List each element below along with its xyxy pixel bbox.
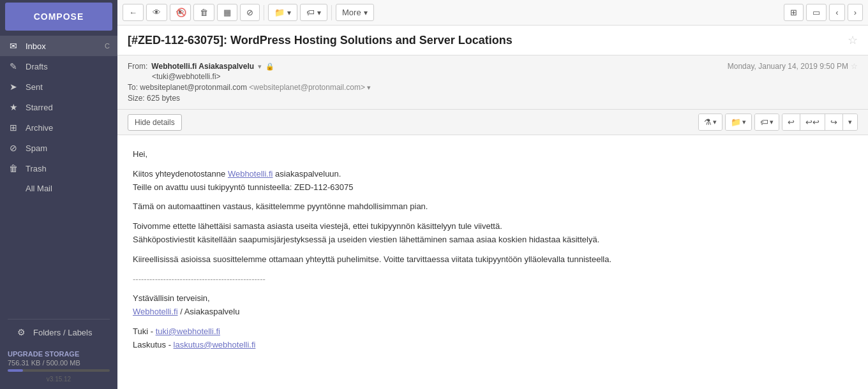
archive-icon: ⊞ <box>8 122 19 133</box>
body-greeting: Hei, <box>133 148 853 161</box>
compose-button[interactable]: COMPOSE <box>5 3 112 31</box>
folders-label: Folders / Labels <box>33 328 102 337</box>
sidebar-footer: UPGRADE STORAGE 756.31 KB / 500.00 MB v3… <box>0 344 117 389</box>
from-line: From: Webhotelli.fi Asiakaspalvelu ▾ 🔒 <box>128 62 371 71</box>
to-line: To: websiteplanet@protonmail.com <websit… <box>128 83 371 92</box>
sidebar-item-trash[interactable]: 🗑 Trash <box>0 158 117 179</box>
webhotelli-link[interactable]: Webhotelli.fi <box>228 169 273 179</box>
move-button[interactable]: 📁 ▾ <box>268 4 297 21</box>
filter-arrow: ▾ <box>713 118 717 126</box>
toolbar-sep-2 <box>331 5 332 20</box>
from-name: Webhotelli.fi Asiakaspalvelu <box>151 62 254 71</box>
layout1-icon: ⊞ <box>790 8 797 17</box>
sidebar-nav: ✉ Inbox C ✎ Drafts ➤ Sent ★ Starred ⊞ Ar… <box>0 33 117 314</box>
sidebar-item-archive[interactable]: ⊞ Archive <box>0 117 117 138</box>
allmail-label: All Mail <box>26 184 110 193</box>
block-button[interactable]: ⊘ <box>240 4 260 21</box>
laskutus-email-link[interactable]: laskutus@webhotelli.fi <box>174 340 256 349</box>
move-action-button[interactable]: 📁 ▾ <box>726 114 751 130</box>
email-subject-bar: [#ZED-112-63075]: WordPress Hosting Solu… <box>117 26 868 55</box>
layout2-button[interactable]: ▭ <box>806 4 827 21</box>
drafts-icon: ✎ <box>8 61 19 71</box>
filter-icon: ⚗ <box>704 117 712 127</box>
hide-details-button[interactable]: Hide details <box>128 114 182 131</box>
tag-icon: 🏷 <box>306 8 315 17</box>
to-label: To: <box>128 83 138 92</box>
storage-usage: 756.31 KB / 500.00 MB <box>8 359 110 367</box>
body-urgent: Kiireellisissä asioissa suosittelemme ot… <box>133 253 853 267</box>
back-button[interactable]: ← <box>123 4 144 21</box>
to-value: websiteplanet@protonmail.com <box>140 83 247 92</box>
tag-action-button[interactable]: 🏷 ▾ <box>755 114 779 130</box>
starred-icon: ★ <box>8 102 19 112</box>
tag-button[interactable]: 🏷 ▾ <box>300 4 327 21</box>
tuki-email-link[interactable]: tuki@webhotelli.fi <box>156 327 220 336</box>
next-button[interactable]: › <box>848 4 863 21</box>
move-action-arrow: ▾ <box>742 118 746 126</box>
more-actions-button[interactable]: ▾ <box>843 114 857 130</box>
lock-icon: 🔒 <box>266 62 274 71</box>
spam-label: Spam <box>26 143 110 153</box>
sidebar-item-drafts[interactable]: ✎ Drafts <box>0 56 117 77</box>
inbox-label: Inbox <box>26 41 105 51</box>
sidebar-item-spam[interactable]: ⊘ Spam <box>0 138 117 158</box>
body-signature: Ystävällisin terveisin, Webhotelli.fi / … <box>133 292 853 319</box>
move-label: ▾ <box>287 8 291 17</box>
from-email: <tuki@webhotelli.fi> <box>152 72 371 81</box>
storage-bar-fill <box>8 369 23 372</box>
reply-button[interactable]: ↩ <box>782 114 800 130</box>
filter-group: ⚗ ▾ <box>698 114 722 131</box>
forward-icon: ↪ <box>830 117 837 127</box>
sidebar-item-folders[interactable]: ⚙ Folders / Labels <box>8 322 110 342</box>
folder-move-icon: 📁 <box>274 8 285 17</box>
prev-icon: ‹ <box>835 8 838 17</box>
to-expand-button[interactable]: ▾ <box>367 84 371 91</box>
view2-button[interactable]: 👁🚫 <box>170 4 191 21</box>
date-section: Monday, January 14, 2019 9:50 PM ☆ <box>728 62 858 71</box>
date-star-button[interactable]: ☆ <box>851 62 858 71</box>
view-button[interactable]: 👁 <box>146 4 167 21</box>
sent-icon: ➤ <box>8 82 19 92</box>
size-line: Size: 625 bytes <box>128 94 371 103</box>
size-value: 625 bytes <box>147 94 180 103</box>
sidebar-item-sent[interactable]: ➤ Sent <box>0 77 117 97</box>
from-expand-button[interactable]: ▾ <box>258 62 262 71</box>
action-left: Hide details <box>128 114 182 131</box>
from-section: From: Webhotelli.fi Asiakaspalvelu ▾ 🔒 <… <box>128 62 371 103</box>
main-panel: ← 👁 👁🚫 🗑 ▦ ⊘ 📁 ▾ <box>117 0 868 389</box>
sidebar-item-inbox[interactable]: ✉ Inbox C <box>0 36 117 56</box>
inbox-icon: ✉ <box>8 41 19 51</box>
layout1-button[interactable]: ⊞ <box>784 4 804 21</box>
email-body: Hei, Kiitos yhteydenotostanne Webhotelli… <box>117 135 868 389</box>
email-action-bar: Hide details ⚗ ▾ 📁 ▾ 🏷 ▾ <box>117 110 868 135</box>
email-date: Monday, January 14, 2019 9:50 PM <box>728 62 848 71</box>
version-label: v3.15.12 <box>8 376 110 383</box>
webhotelli-sig-link[interactable]: Webhotelli.fi <box>133 307 178 316</box>
reply-all-icon: ↩↩ <box>805 117 819 127</box>
inbox-badge: C <box>105 42 110 50</box>
action-right: ⚗ ▾ 📁 ▾ 🏷 ▾ ↩ <box>698 114 858 131</box>
move-action-icon: 📁 <box>731 117 741 127</box>
more-actions-arrow: ▾ <box>848 118 852 126</box>
reply-all-button[interactable]: ↩↩ <box>800 114 825 130</box>
sidebar-item-starred[interactable]: ★ Starred <box>0 97 117 117</box>
filter-button[interactable]: ⚗ ▾ <box>699 114 722 130</box>
sidebar-item-allmail[interactable]: All Mail <box>0 179 117 198</box>
forward-button[interactable]: ↪ <box>825 114 843 130</box>
reply-icon: ↩ <box>788 117 795 127</box>
tag-action-group: 🏷 ▾ <box>754 114 779 131</box>
body-auto-reply: Tämä on automaattinen vastaus, käsittele… <box>133 200 853 214</box>
more-button[interactable]: More ▾ <box>336 4 374 21</box>
move-action-group: 📁 ▾ <box>725 114 752 131</box>
email-header: From: Webhotelli.fi Asiakaspalvelu ▾ 🔒 <… <box>117 55 868 110</box>
trash-icon: 🗑 <box>200 8 208 17</box>
prev-button[interactable]: ‹ <box>829 4 844 21</box>
email-header-top: From: Webhotelli.fi Asiakaspalvelu ▾ 🔒 <… <box>128 62 858 103</box>
upgrade-storage-label[interactable]: UPGRADE STORAGE <box>8 350 110 358</box>
body-separator: ----------------------------------------… <box>133 273 853 286</box>
more-label: More <box>342 8 361 17</box>
eye-slash-icon: 👁🚫 <box>176 8 184 17</box>
archive-button[interactable]: ▦ <box>217 4 237 21</box>
delete-button[interactable]: 🗑 <box>193 4 214 21</box>
star-button[interactable]: ☆ <box>848 33 858 47</box>
